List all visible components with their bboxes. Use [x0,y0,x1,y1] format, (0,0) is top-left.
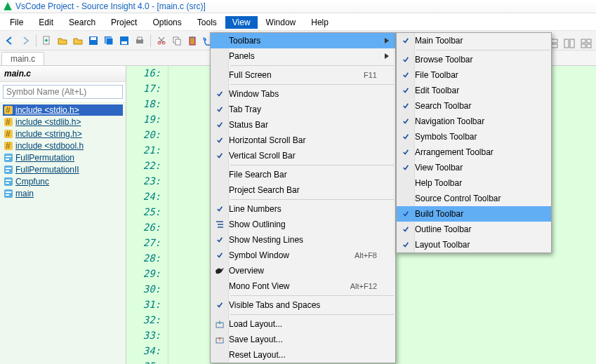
symbol-item[interactable]: main [3,188,123,199]
paste-button[interactable] [185,34,199,48]
open-file2-button[interactable] [71,34,85,48]
submenu-item-build-toolbar[interactable]: Build Toolbar [397,206,551,222]
submenu-item-label: Build Toolbar [415,209,551,219]
outline-icon [211,220,229,229]
menu-item-window-tabs[interactable]: Window Tabs [211,86,395,102]
submenu-item-layout-toolbar[interactable]: Layout Toolbar [397,237,551,252]
forward-button[interactable] [18,34,32,48]
menu-item-file-search-bar[interactable]: File Search Bar [211,167,395,182]
svg-rect-22 [587,44,591,48]
svg-rect-32 [6,156,11,157]
menu-search[interactable]: Search [62,16,102,29]
menu-item-label: Project Search Bar [229,185,395,195]
menu-item-show-nesting-lines[interactable]: Show Nesting Lines [211,232,395,248]
tab-main-c[interactable]: main.c [1,52,44,65]
save-as-button[interactable] [117,34,131,48]
menu-item-vertical-scroll-bar[interactable]: Vertical Scroll Bar [211,148,395,163]
menu-item-project-search-bar[interactable]: Project Search Bar [211,182,395,198]
menu-item-visible-tabs-and-spaces[interactable]: Visible Tabs and Spaces [211,297,395,313]
save-all-button[interactable] [102,34,116,48]
menu-project[interactable]: Project [104,16,144,29]
submenu-item-main-toolbar[interactable]: Main Toolbar [397,33,551,48]
menu-item-overview[interactable]: Overview [211,263,395,278]
back-button[interactable] [3,34,17,48]
symbol-item[interactable]: FullPermutationII [3,164,123,175]
menu-item-load-layout-[interactable]: Load Layout... [211,316,395,332]
submenu-item-label: Help Toolbar [415,178,551,188]
menu-tools[interactable]: Tools [190,16,224,29]
submenu-item-navigation-toolbar[interactable]: Navigation Toolbar [397,114,551,129]
svg-text:#: # [6,130,11,138]
submenu-item-outline-toolbar[interactable]: Outline Toolbar [397,222,551,237]
menu-help[interactable]: Help [304,16,336,29]
menu-item-status-bar[interactable]: Status Bar [211,117,395,133]
menu-item-full-screen[interactable]: Full ScreenF11 [211,67,395,83]
toolbars-submenu: Main ToolbarBrowse ToolbarFile ToolbarEd… [396,32,552,253]
submenu-item-view-toolbar[interactable]: View Toolbar [397,160,551,175]
save-button[interactable] [86,34,100,48]
submenu-item-symbols-toolbar[interactable]: Symbols Toolbar [397,129,551,144]
svg-rect-41 [6,191,11,193]
cut-button[interactable] [154,34,168,48]
symbol-search-input[interactable] [3,85,123,99]
menu-item-show-outlining[interactable]: Show Outlining [211,217,395,232]
submenu-item-source-control-toolbar[interactable]: Source Control Toolbar [397,191,551,206]
symbol-item[interactable]: #include <stdio.h> [3,105,123,116]
submenu-item-edit-toolbar[interactable]: Edit Toolbar [397,83,551,98]
symbol-item[interactable]: #include <stdlib.h> [3,116,123,128]
svg-rect-2 [91,37,96,40]
line-number: 29: [143,268,161,279]
submenu-item-search-toolbar[interactable]: Search Toolbar [397,98,551,114]
new-file-button[interactable] [40,34,54,48]
print-button[interactable] [133,34,147,48]
svg-rect-45 [218,227,223,228]
open-file-button[interactable] [55,34,69,48]
menu-item-label: Line Numbers [229,204,395,214]
symbol-item[interactable]: #include <stdbool.h [3,140,123,151]
submenu-item-browse-toolbar[interactable]: Browse Toolbar [397,52,551,67]
include-icon: # [4,106,13,114]
submenu-item-file-toolbar[interactable]: File Toolbar [397,67,551,83]
menu-item-panels[interactable]: Panels [211,48,395,64]
line-number: 22: [143,160,161,171]
tile-vertical-button[interactable] [562,36,576,50]
symbol-item[interactable]: Cmpfunc [3,176,123,187]
symbol-item[interactable]: #include <string.h> [3,128,123,140]
menu-item-tab-tray[interactable]: Tab Tray [211,102,395,117]
menu-edit[interactable]: Edit [32,16,60,29]
check-icon [211,90,229,97]
copy-button[interactable] [170,34,184,48]
menu-view[interactable]: View [225,16,258,29]
svg-rect-43 [216,221,223,222]
symbol-label: main [15,189,34,198]
submenu-item-label: View Toolbar [415,163,551,173]
layout-save-icon [211,335,229,344]
menu-item-line-numbers[interactable]: Line Numbers [211,201,395,217]
menu-options[interactable]: Options [145,16,188,29]
menu-item-mono-font-view[interactable]: Mono Font ViewAlt+F12 [211,278,395,294]
menu-separator [230,165,394,166]
submenu-item-label: Outline Toolbar [415,224,551,234]
submenu-item-help-toolbar[interactable]: Help Toolbar [397,175,551,191]
menu-item-save-layout-[interactable]: Save Layout... [211,332,395,347]
tile-grid-button[interactable] [579,36,593,50]
symbol-item[interactable]: FullPermutation [3,152,123,163]
svg-rect-40 [4,189,13,198]
menu-item-horizontal-scroll-bar[interactable]: Horizontal Scroll Bar [211,133,395,148]
line-number: 18: [143,98,161,109]
line-number: 26: [143,222,161,233]
submenu-item-label: Edit Toolbar [415,86,551,95]
submenu-item-arrangement-toolbar[interactable]: Arrangement Toolbar [397,144,551,160]
function-icon [4,177,13,186]
line-number-gutter: 16:17:18:19:20:21:22:23:24:25:26:27:28:2… [126,66,168,364]
check-icon [211,137,229,144]
svg-rect-17 [564,39,569,48]
submenu-item-label: Source Control Toolbar [415,194,551,203]
menu-file[interactable]: File [3,16,30,29]
menu-item-label: Overview [229,266,395,276]
menu-item-toolbars[interactable]: Toolbars [211,33,395,48]
menu-item-label: Symbol Window [229,250,355,260]
menu-item-symbol-window[interactable]: Symbol WindowAlt+F8 [211,248,395,263]
menu-item-reset-layout-[interactable]: Reset Layout... [211,347,395,363]
menu-window[interactable]: Window [259,16,303,29]
